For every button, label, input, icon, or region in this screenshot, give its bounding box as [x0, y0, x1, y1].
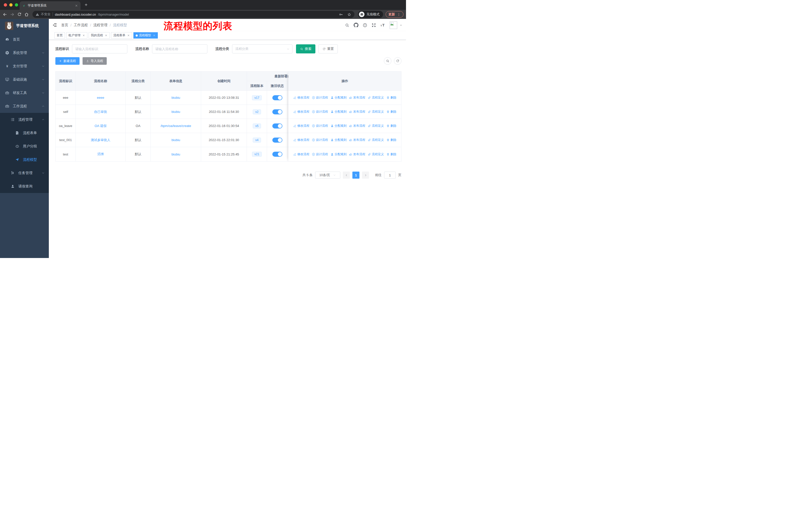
font-size-icon[interactable]: [380, 23, 385, 28]
search-icon[interactable]: [345, 23, 349, 27]
help-icon[interactable]: [363, 23, 367, 27]
action-clip-link[interactable]: 流程定义: [368, 138, 384, 142]
tab-close-icon[interactable]: [75, 4, 78, 7]
sidebar-item-robot[interactable]: 用户分组: [0, 140, 49, 153]
window-minimize-button[interactable]: [9, 3, 12, 6]
action-trash-link[interactable]: 删除: [386, 124, 397, 128]
sidebar-item-tree[interactable]: 任务管理: [0, 166, 49, 180]
show-search-button[interactable]: [384, 57, 392, 65]
action-trash-link[interactable]: 删除: [386, 152, 397, 157]
window-close-button[interactable]: [4, 3, 7, 6]
action-clip-link[interactable]: 流程定义: [368, 110, 384, 114]
browser-update-button[interactable]: 更新: [386, 11, 404, 18]
action-clip-link[interactable]: 流程定义: [368, 124, 384, 128]
active-toggle[interactable]: [272, 109, 283, 114]
process-name-link[interactable]: eeee: [97, 96, 104, 100]
reset-button[interactable]: 重置: [318, 44, 338, 53]
action-gearo-link[interactable]: 设计流程: [312, 110, 328, 114]
action-hand-link[interactable]: 发布流程: [349, 138, 365, 142]
search-button[interactable]: 搜索: [296, 44, 315, 53]
action-userfill-link[interactable]: 分配规则: [330, 96, 347, 100]
active-toggle[interactable]: [272, 138, 283, 143]
action-gearo-link[interactable]: 设计流程: [312, 138, 328, 142]
forward-icon[interactable]: [10, 12, 14, 17]
process-name-link[interactable]: OA 请假: [95, 124, 107, 128]
import-process-button[interactable]: 导入流程: [83, 57, 107, 65]
tag-view[interactable]: 流程模型: [134, 32, 158, 38]
home-icon[interactable]: [24, 12, 29, 17]
action-pencil-link[interactable]: 修改流程: [293, 152, 309, 157]
action-hand-link[interactable]: 发布流程: [349, 96, 365, 100]
tag-close-icon[interactable]: [82, 34, 85, 37]
action-gearo-link[interactable]: 设计流程: [312, 124, 328, 128]
avatar-caret-icon[interactable]: [400, 24, 403, 27]
security-indicator[interactable]: 不安全: [35, 12, 51, 17]
goto-page-input[interactable]: [384, 171, 396, 179]
action-hand-link[interactable]: 发布流程: [349, 110, 365, 114]
tag-view[interactable]: 租户管理: [66, 32, 87, 38]
action-userfill-link[interactable]: 分配规则: [330, 152, 347, 157]
sidebar-item-monitor[interactable]: 基础设施: [0, 73, 49, 86]
process-name-link[interactable]: 滔博: [97, 152, 104, 157]
sidebar-item-toolbox[interactable]: 工作流程: [0, 100, 49, 113]
action-pencil-link[interactable]: 修改流程: [293, 110, 309, 114]
process-name-link[interactable]: 自己审批: [94, 110, 107, 114]
action-clip-link[interactable]: 流程定义: [368, 152, 384, 157]
reload-icon[interactable]: [17, 12, 22, 17]
active-toggle[interactable]: [272, 95, 283, 100]
form-info-link[interactable]: biubiu: [171, 110, 180, 114]
page-1-button[interactable]: 1: [352, 171, 359, 179]
form-info-link[interactable]: /bpm/oa/leave/create: [161, 124, 191, 128]
process-category-select[interactable]: 流程分类: [232, 44, 292, 53]
form-info-link[interactable]: biubiu: [171, 96, 180, 100]
menu-kebab-icon[interactable]: [397, 12, 401, 17]
action-trash-link[interactable]: 删除: [386, 138, 397, 142]
breadcrumb-process-manage[interactable]: 流程管理: [93, 23, 108, 27]
action-userfill-link[interactable]: 分配规则: [330, 110, 347, 114]
active-toggle[interactable]: [272, 124, 283, 129]
action-trash-link[interactable]: 删除: [386, 96, 397, 100]
form-info-link[interactable]: biubiu: [171, 138, 180, 142]
active-toggle[interactable]: [272, 152, 283, 157]
action-gearo-link[interactable]: 设计流程: [312, 96, 328, 100]
sidebar-item-toolbox[interactable]: 研发工具: [0, 86, 49, 100]
tag-close-icon[interactable]: [105, 34, 108, 37]
process-name-input[interactable]: [152, 44, 207, 53]
app-logo[interactable]: 芋道管理系统: [0, 19, 49, 33]
tag-view[interactable]: 首页: [54, 32, 65, 38]
next-page-button[interactable]: [362, 171, 369, 179]
process-name-link[interactable]: 测试多审批人: [91, 138, 111, 142]
github-icon[interactable]: [354, 23, 358, 27]
create-process-button[interactable]: 新建流程: [55, 57, 80, 65]
prev-page-button[interactable]: [343, 171, 350, 179]
action-userfill-link[interactable]: 分配规则: [330, 138, 347, 142]
user-avatar[interactable]: [389, 21, 397, 29]
action-hand-link[interactable]: 发布流程: [349, 124, 365, 128]
sidebar-item-person[interactable]: 请假查询: [0, 180, 49, 193]
tag-close-icon[interactable]: [127, 34, 130, 37]
window-zoom-button[interactable]: [15, 3, 18, 6]
browser-tab[interactable]: 芋道管理系统: [20, 1, 81, 10]
bookmark-star-icon[interactable]: [347, 12, 351, 17]
tag-view[interactable]: 流程表单: [111, 32, 132, 38]
form-info-link[interactable]: biubiu: [171, 153, 180, 156]
address-bar[interactable]: 不安全 dashboard.yudao.iocoder.cn /bpm/mana…: [32, 11, 354, 18]
action-pencil-link[interactable]: 修改流程: [293, 124, 309, 128]
fullscreen-icon[interactable]: [372, 23, 376, 27]
key-icon[interactable]: [339, 12, 343, 17]
action-clip-link[interactable]: 流程定义: [368, 96, 384, 100]
new-tab-button[interactable]: [84, 3, 88, 7]
action-pencil-link[interactable]: 修改流程: [293, 96, 309, 100]
sidebar-item-plane[interactable]: 流程模型: [0, 153, 49, 166]
action-pencil-link[interactable]: 修改流程: [293, 138, 309, 142]
sidebar-item-dashboard[interactable]: 首页: [0, 33, 49, 46]
back-icon[interactable]: [2, 12, 7, 17]
action-gearo-link[interactable]: 设计流程: [312, 152, 328, 157]
breadcrumb-workflow[interactable]: 工作流程: [74, 23, 88, 27]
process-id-input[interactable]: [72, 44, 127, 53]
tag-close-icon[interactable]: [153, 34, 155, 37]
sidebar-item-gear[interactable]: 系统管理: [0, 46, 49, 59]
action-userfill-link[interactable]: 分配规则: [330, 124, 347, 128]
sidebar-item-docedit[interactable]: 流程表单: [0, 126, 49, 140]
tag-view[interactable]: 我的流程: [89, 32, 110, 38]
